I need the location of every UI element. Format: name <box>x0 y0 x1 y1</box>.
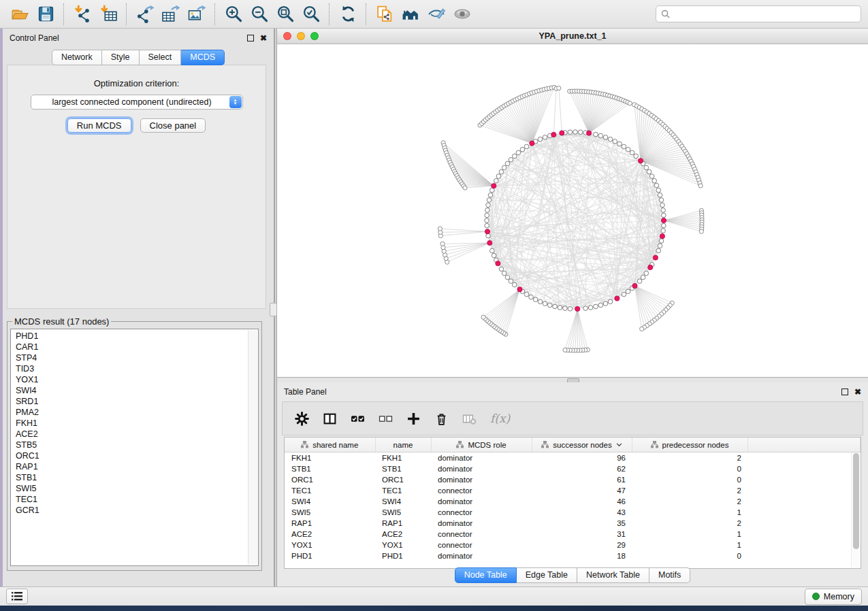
result-list-scrollbar[interactable] <box>248 330 257 565</box>
table-row[interactable]: PHD1PHD1dominator180 <box>285 550 861 561</box>
cell-shared-name[interactable]: YOX1 <box>285 540 375 550</box>
table-row[interactable]: SWI5SWI5connector431 <box>285 507 861 518</box>
run-mcds-button[interactable]: Run MCDS <box>67 118 131 133</box>
cell-shared-name[interactable]: SWI4 <box>285 496 375 507</box>
search-input[interactable] <box>673 9 856 20</box>
cell-successor-nodes[interactable]: 62 <box>532 463 632 474</box>
cell-name[interactable]: ACE2 <box>375 529 431 540</box>
cell-successor-nodes[interactable]: 31 <box>532 529 632 540</box>
splitter-grip[interactable] <box>270 303 277 316</box>
cell-shared-name[interactable]: FKH1 <box>285 452 375 464</box>
zoom-fit-button[interactable] <box>272 3 298 26</box>
clone-network-button[interactable] <box>372 3 398 26</box>
mcds-result-item[interactable]: TEC1 <box>16 494 258 505</box>
node-table-grid[interactable]: shared namenameMCDS rolesuccessor nodesp… <box>285 437 861 561</box>
cell-shared-name[interactable]: STB1 <box>285 463 375 474</box>
table-row[interactable]: TEC1TEC1connector472 <box>285 485 861 496</box>
tab-style[interactable]: Style <box>102 50 140 65</box>
tab-network-table[interactable]: Network Table <box>577 567 649 583</box>
cell-name[interactable]: FKH1 <box>375 452 431 464</box>
cell-name[interactable]: YOX1 <box>375 540 431 550</box>
tab-mcds[interactable]: MCDS <box>181 50 225 65</box>
columns-button[interactable] <box>323 410 337 427</box>
minimize-window-light[interactable] <box>297 32 305 40</box>
cell-shared-name[interactable]: PHD1 <box>285 550 375 561</box>
cell-shared-name[interactable]: ACE2 <box>285 529 375 540</box>
float-panel-icon[interactable] <box>247 35 254 42</box>
cell-predecessor-nodes[interactable]: 1 <box>632 529 748 540</box>
column-header-MCDS-role[interactable]: MCDS role <box>431 437 532 452</box>
tab-edge-table[interactable]: Edge Table <box>517 567 577 583</box>
table-row[interactable]: ORC1ORC1dominator610 <box>285 474 861 485</box>
column-header-predecessor-nodes[interactable]: predecessor nodes <box>632 437 748 452</box>
export-network-button[interactable] <box>132 3 158 26</box>
cell-successor-nodes[interactable]: 61 <box>532 474 632 485</box>
mcds-result-item[interactable]: PMA2 <box>16 407 258 418</box>
graphics-details-button[interactable] <box>423 3 449 26</box>
export-image-button[interactable] <box>184 3 210 26</box>
cell-MCDS-role[interactable]: connector <box>431 485 532 496</box>
column-header-shared-name[interactable]: shared name <box>285 437 375 452</box>
network-title-bar[interactable]: YPA_prune.txt_1 <box>277 29 868 44</box>
refresh-network-button[interactable] <box>335 3 361 26</box>
table-row[interactable]: ACE2ACE2connector311 <box>285 529 861 540</box>
deselect-all-button[interactable] <box>379 410 393 427</box>
cell-predecessor-nodes[interactable]: 0 <box>632 550 748 561</box>
network-canvas[interactable] <box>277 44 868 377</box>
cell-successor-nodes[interactable]: 96 <box>532 452 632 464</box>
mcds-result-item[interactable]: FKH1 <box>16 418 258 429</box>
mcds-result-item[interactable]: STP4 <box>16 352 258 363</box>
table-row[interactable]: FKH1FKH1dominator962 <box>285 452 861 464</box>
cell-name[interactable]: TEC1 <box>375 485 431 496</box>
cell-successor-nodes[interactable]: 29 <box>532 540 632 550</box>
cell-predecessor-nodes[interactable]: 0 <box>632 474 748 485</box>
table-row[interactable]: RAP1RAP1dominator352 <box>285 518 861 529</box>
float-table-panel-icon[interactable] <box>841 389 848 395</box>
cell-predecessor-nodes[interactable]: 2 <box>632 452 748 464</box>
tab-node-table[interactable]: Node Table <box>455 567 517 583</box>
cell-predecessor-nodes[interactable]: 1 <box>632 540 748 550</box>
cell-MCDS-role[interactable]: dominator <box>431 463 532 474</box>
tab-network[interactable]: Network <box>52 50 102 65</box>
show-hidden-button[interactable] <box>449 3 475 26</box>
cell-MCDS-role[interactable]: dominator <box>431 496 532 507</box>
zoom-window-light[interactable] <box>310 32 319 40</box>
cell-name[interactable]: SWI4 <box>375 496 431 507</box>
cell-MCDS-role[interactable]: dominator <box>431 550 532 561</box>
select-all-button[interactable] <box>351 410 365 427</box>
network-graph[interactable] <box>277 44 868 377</box>
mcds-result-item[interactable]: PHD1 <box>16 331 258 342</box>
zoom-in-button[interactable] <box>221 3 246 26</box>
save-session-button[interactable] <box>33 3 59 26</box>
criterion-dropdown[interactable]: largest connected component (undirected)… <box>31 95 243 110</box>
close-window-light[interactable] <box>283 32 291 40</box>
cell-name[interactable]: SWI5 <box>375 507 431 518</box>
mcds-result-list[interactable]: PHD1CAR1STP4TID3YOX1SWI4SRD1PMA2FKH1ACE2… <box>10 329 259 566</box>
cell-shared-name[interactable]: ORC1 <box>285 474 375 485</box>
cell-predecessor-nodes[interactable]: 0 <box>632 463 748 474</box>
cell-MCDS-role[interactable]: dominator <box>431 518 532 529</box>
column-header-name[interactable]: name <box>375 437 431 452</box>
import-table-button[interactable] <box>95 3 121 26</box>
delete-row-button[interactable] <box>434 410 449 427</box>
cell-successor-nodes[interactable]: 46 <box>532 496 632 507</box>
cell-name[interactable]: RAP1 <box>375 518 431 529</box>
cell-MCDS-role[interactable]: dominator <box>431 452 532 464</box>
cell-shared-name[interactable]: TEC1 <box>285 485 375 496</box>
table-row[interactable]: YOX1YOX1connector291 <box>285 540 861 550</box>
cell-name[interactable]: STB1 <box>375 463 431 474</box>
cell-name[interactable]: ORC1 <box>375 474 431 485</box>
table-scrollbar-thumb[interactable] <box>853 453 859 549</box>
table-row[interactable]: SWI4SWI4dominator462 <box>285 496 861 507</box>
zoom-selected-button[interactable] <box>298 3 324 26</box>
gear-button[interactable] <box>295 410 309 427</box>
mcds-result-item[interactable]: SWI5 <box>16 483 258 494</box>
cell-MCDS-role[interactable]: dominator <box>431 474 532 485</box>
cell-predecessor-nodes[interactable]: 2 <box>632 485 748 496</box>
mcds-result-item[interactable]: STB5 <box>16 440 258 450</box>
mcds-result-item[interactable]: RAP1 <box>16 461 258 472</box>
column-header-successor-nodes[interactable]: successor nodes <box>532 437 632 452</box>
open-file-button[interactable] <box>7 3 33 26</box>
memory-button[interactable]: Memory <box>805 589 862 605</box>
task-history-button[interactable] <box>6 589 28 604</box>
